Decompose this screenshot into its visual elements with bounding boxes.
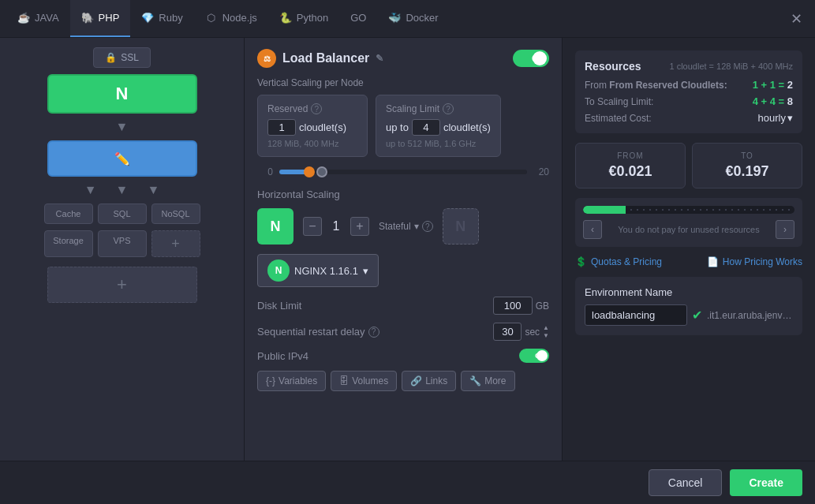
slider-thumb-group [304,166,327,177]
how-pricing-works-link[interactable]: 📄 How Pricing Works [707,256,802,267]
add-storage-button[interactable]: + [151,230,200,257]
arrow-down-4: ▼ [147,183,159,197]
docker-icon: 🐳 [388,12,401,24]
create-button[interactable]: Create [730,469,802,496]
quotas-pricing-link[interactable]: 💲 Quotas & Pricing [575,256,662,267]
version-chevron-icon: ▾ [363,265,368,277]
disk-unit-label: GB [536,301,549,312]
storage-button[interactable]: Storage [44,230,93,257]
env-name-input[interactable] [585,304,687,326]
nginx-ghost-node: N [443,208,479,245]
content-area: 🔒 SSL N ▼ ✏️ ▼ ▼ ▼ Cache SQL NoSQL St [0,38,815,461]
reserved-value-row: cloudlet(s) [267,119,357,136]
from-row: From From Reserved Cloudlets: 1 + 1 = 2 [585,79,793,91]
tab-bar: ☕ JAVA 🐘 PHP 💎 Ruby ⬡ Node.js 🐍 Python G… [0,0,815,38]
doc-icon: 📄 [707,256,719,267]
tab-go[interactable]: GO [339,0,377,37]
ipv4-toggle[interactable]: ON [519,349,549,363]
resources-title-row: Resources 1 cloudlet = 128 MiB + 400 MHz [585,60,793,73]
slider-row: 0 20 [257,166,549,177]
app-node-block[interactable]: ✏️ [47,140,197,177]
ruby-icon: 💎 [141,12,154,24]
cache-button[interactable]: Cache [44,203,93,224]
nginx-node-block[interactable]: N [47,74,197,114]
dropdown-icon: ▾ [787,112,793,124]
more-button[interactable]: 🔧 More [461,371,514,391]
scaling-value-row: up to cloudlet(s) [386,119,491,136]
php-icon: 🐘 [81,12,94,24]
reserved-title: Reserved ? [267,103,357,114]
ipv4-label: Public IPv4 [257,350,308,362]
slider-track[interactable] [279,170,527,174]
slider-max-label: 20 [533,166,549,177]
restart-increment[interactable]: ▲ [543,324,549,332]
scaling-limit-help-icon[interactable]: ? [443,103,454,114]
estimated-label: Estimated Cost: [585,113,652,124]
cancel-button[interactable]: Cancel [649,469,723,496]
restart-stepper-arrows: ▲ ▼ [543,324,549,340]
restart-decrement[interactable]: ▼ [543,332,549,340]
main-window: ☕ JAVA 🐘 PHP 💎 Ruby ⬡ Node.js 🐍 Python G… [0,0,815,504]
stateful-dropdown[interactable]: Stateful ▾ ? [379,221,433,232]
add-group-button[interactable]: + [47,267,197,303]
nginx-version-icon: N [267,259,290,282]
links-icon: 🔗 [410,375,422,386]
price-from-box: FROM €0.021 [575,143,686,189]
tab-java[interactable]: ☕ JAVA [6,0,70,37]
bottom-bar: Cancel Create [0,461,815,504]
restart-delay-input[interactable] [493,323,522,341]
stepper-value: 1 [328,219,344,233]
slider-thumb-limit[interactable] [316,166,327,177]
stepper-plus[interactable]: + [350,217,369,236]
stepper-minus[interactable]: − [303,217,322,236]
from-label: From From Reserved Cloudlets: [585,80,727,91]
scaling-limit-input[interactable] [412,119,440,136]
disk-limit-label: Disk Limit [257,300,301,312]
volumes-icon: 🗄 [339,375,349,386]
volumes-button[interactable]: 🗄 Volumes [331,371,397,391]
reserved-help-icon[interactable]: ? [311,103,322,114]
edit-icon[interactable]: ✎ [376,53,383,64]
right-panel: Resources 1 cloudlet = 128 MiB + 400 MHz… [563,38,815,461]
reserved-box: Reserved ? cloudlet(s) 128 MiB, 400 MHz [257,95,368,157]
links-button[interactable]: 🔗 Links [402,371,456,391]
from-value: 1 + 1 = 2 [753,79,793,91]
ssl-button[interactable]: 🔒 SSL [93,47,151,68]
horizontal-scaling: Horizontal Scaling N − 1 + Stateful ▾ ? … [257,189,549,245]
slider-thumb-reserved[interactable] [304,166,315,177]
load-balancer-toggle[interactable]: ON [513,50,549,67]
env-domain-label: .it1.eur.aruba.jenv-a... [707,310,793,321]
variables-button[interactable]: {-} Variables [257,371,326,391]
storage-row: Storage VPS + [9,230,234,257]
prev-arrow[interactable]: ‹ [583,220,602,239]
tab-python[interactable]: 🐍 Python [268,0,339,37]
scaling-row: Reserved ? cloudlet(s) 128 MiB, 400 MHz … [257,95,549,157]
left-panel: 🔒 SSL N ▼ ✏️ ▼ ▼ ▼ Cache SQL NoSQL St [0,38,245,461]
close-button[interactable]: ✕ [787,9,806,28]
estimated-value[interactable]: hourly ▾ [758,112,793,124]
estimated-row: Estimated Cost: hourly ▾ [585,112,793,124]
restart-help-icon[interactable]: ? [368,327,379,338]
nosql-button[interactable]: NoSQL [151,203,200,224]
tab-docker[interactable]: 🐳 Docker [377,0,449,37]
tab-ruby[interactable]: 💎 Ruby [130,0,193,37]
pen-icon: ✏️ [114,151,130,166]
disk-limit-input[interactable] [493,297,533,315]
stateful-help-icon[interactable]: ? [422,221,433,232]
ipv4-row: Public IPv4 ON [257,349,549,363]
vertical-scaling-label: Vertical Scaling per Node [257,77,549,88]
nodejs-icon: ⬡ [205,12,218,24]
lb-icon: ⚖ [257,49,276,68]
sql-button[interactable]: SQL [98,203,147,224]
nginx-horiz-icon: N [257,208,293,245]
next-arrow[interactable]: › [776,220,794,239]
nginx-version-dropdown[interactable]: N NGINX 1.16.1 ▾ [257,254,379,287]
price-from-value: €0.021 [584,163,677,180]
links-row: 💲 Quotas & Pricing 📄 How Pricing Works [575,256,802,267]
reserved-input[interactable] [267,119,296,136]
vps-button[interactable]: VPS [98,230,147,257]
tab-nodejs[interactable]: ⬡ Node.js [194,0,268,37]
horizontal-scaling-label: Horizontal Scaling [257,189,549,200]
tab-php[interactable]: 🐘 PHP [70,0,131,37]
price-to-box: TO €0.197 [692,143,802,189]
